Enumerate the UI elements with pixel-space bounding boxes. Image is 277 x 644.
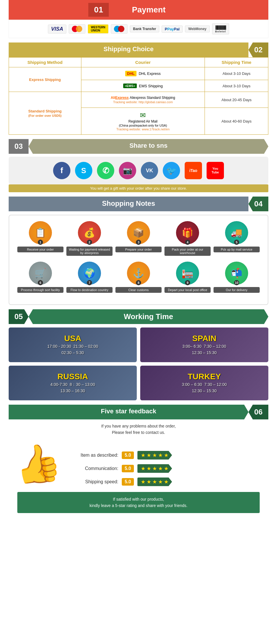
rating-score-communication: 5.0: [122, 465, 134, 472]
star-2: ★: [147, 479, 151, 485]
sns-banner: 03 Share to sns: [9, 139, 268, 154]
star-3: ★: [152, 465, 157, 472]
steps-row-2: 🛒 6 Process through sort facility 🌍 7 Fl…: [12, 262, 265, 293]
working-time-banner: 05 Working Time: [9, 309, 268, 324]
dhl-courier: DHL DHL Express: [81, 67, 205, 80]
boletol-icon: ||||||||||||||| Boletol: [212, 23, 229, 34]
step-6: 🛒 6 Process through sort facility: [17, 262, 63, 293]
feedback-section: Five star feedback 06 If you have any pr…: [0, 405, 277, 513]
skype-icon[interactable]: S: [75, 162, 92, 179]
ali-badge: AliExpress: [111, 96, 129, 100]
step-1-circle: 📋 1: [29, 221, 52, 244]
express-shipping-method: Express Shipping: [9, 67, 81, 92]
russia-card: RUSSIA 4:00-7:30 8：30 – 13:0013:30 – 16:…: [9, 366, 137, 400]
col-time: Shipping Time: [205, 58, 268, 67]
bank-transfer-icon: Bank Transfer: [130, 25, 159, 32]
usa-hours: 17:00 - 20:30 21:30 – 02:0002:30 – 5:30: [47, 343, 98, 356]
star-5: ★: [164, 452, 169, 458]
ems-courier: ≡EMS≡ EMS Shipping: [81, 80, 205, 92]
star-5: ★: [164, 479, 169, 485]
russia-country: RUSSIA: [50, 372, 95, 381]
step-5: 🚚 5 Pck up by mail service: [214, 221, 260, 256]
star-1: ★: [141, 452, 145, 458]
youtube-icon[interactable]: YouTube: [207, 162, 224, 179]
rating-row-shipping: Shipping speed: 5.0 ★ ★ ★ ★ ★: [72, 478, 268, 486]
step-9-label: Depart your local post office: [164, 287, 211, 293]
table-row: Standard Shipping(For order over USD5) A…: [9, 92, 268, 108]
rating-row-described: Item as described: 5.0 ★ ★ ★ ★ ★: [72, 451, 268, 460]
vk-icon[interactable]: VK: [141, 162, 158, 179]
usa-content: USA 17:00 - 20:30 21:30 – 02:0002:30 – 5…: [47, 334, 98, 356]
shipping-section-num: 02: [248, 42, 268, 57]
step-8: ⚓ 8 Clear customs: [115, 262, 162, 293]
star-4: ★: [158, 479, 163, 485]
airmail-time: About 40-60 Days: [205, 108, 268, 135]
star-2: ★: [147, 465, 151, 472]
rating-row-communication: Communication: 5.0 ★ ★ ★ ★ ★: [72, 464, 268, 473]
step-7-circle: 🌍 7: [78, 262, 101, 285]
step-9: 🏣 9 Depart your local post office: [164, 262, 211, 293]
spain-card: SPAIN 3:00– 6:30 7:30 – 12:0012:30 – 15:…: [140, 327, 268, 362]
payment-icons-row: VISA WESTERNUNION Bank Transfer PPayPal …: [9, 20, 268, 38]
sns-title-area: Share to sns: [29, 139, 268, 154]
instagram-icon[interactable]: 📷: [119, 162, 136, 179]
shipping-section: Shipping Choice 02 Shipping Method Couri…: [0, 42, 277, 135]
spain-content: SPAIN 3:00– 6:30 7:30 – 12:0012:30 – 15:…: [182, 334, 226, 356]
step-4-label: Pack your order at our warehouse: [164, 247, 211, 256]
notes-title-area: Shopping Notes: [9, 197, 248, 211]
step-5-circle: 🚚 5: [225, 221, 248, 244]
step-8-circle: ⚓ 8: [127, 262, 150, 285]
rating-stars-communication: ★ ★ ★ ★ ★: [137, 464, 172, 473]
turkey-country: TURKEY: [182, 372, 227, 381]
russia-content: RUSSIA 4:00-7:30 8：30 – 13:0013:30 – 16:…: [50, 372, 95, 394]
airmail-tracking-link: Tracking website: www.17track.net/en: [84, 127, 202, 131]
sns-title: Share to sns: [129, 142, 167, 149]
step-7: 🌍 7 Flow to destination country: [66, 262, 113, 293]
webmoney-icon: WebMoney: [185, 25, 209, 32]
spain-hours: 3:00– 6:30 7:30 – 12:0012:30 – 15:30: [182, 343, 226, 356]
rating-label-shipping: Shipping speed:: [72, 479, 118, 484]
step-1-label: Receive your order: [17, 247, 63, 252]
feedback-section-num: 06: [248, 405, 268, 419]
feedback-content: If you have any problems about the order…: [9, 423, 268, 513]
shopping-notes-title: Shopping Notes: [102, 199, 155, 207]
turkey-content: TURKEY 3:00 – 6:30 7:30 – 12:0012:30 – 1…: [182, 372, 227, 394]
step-8-label: Clear customs: [115, 287, 162, 293]
itao-icon[interactable]: iTao: [185, 162, 202, 179]
step-4-circle: 🎁 4: [176, 221, 199, 244]
turkey-card: TURKEY 3:00 – 6:30 7:30 – 12:0012:30 – 1…: [140, 366, 268, 400]
table-row: Express Shipping DHL DHL Express About 3…: [9, 67, 268, 80]
steps-row-1: 📋 1 Receive your order 💰 2 Waiting for p…: [12, 221, 265, 256]
step-10-circle: 📬 10: [225, 262, 248, 285]
star-1: ★: [141, 479, 145, 485]
step-10: 📬 10 Our for delivery: [214, 262, 260, 293]
facebook-icon[interactable]: f: [53, 162, 70, 179]
ems-time: About 3-10 Days: [205, 80, 268, 92]
russia-hours: 4:00-7:30 8：30 – 13:0013:30 – 16:30: [50, 381, 95, 394]
step-3: 📦 3 Prepare your order: [115, 221, 162, 256]
twitter-icon[interactable]: 🐦: [163, 162, 180, 179]
feedback-title-area: Five star feedback: [9, 405, 248, 419]
ems-badge: ≡EMS≡: [123, 84, 137, 88]
spain-country: SPAIN: [182, 334, 226, 343]
turkey-hours: 3:00 – 6:30 7:30 – 12:0012:30 – 15:30: [182, 381, 227, 394]
sns-gift-message: You will get a gift with your order afte…: [9, 184, 268, 192]
step-9-circle: 🏣 9: [176, 262, 199, 285]
star-1: ★: [141, 465, 145, 472]
shopping-steps-container: 📋 1 Receive your order 💰 2 Waiting for p…: [9, 215, 268, 305]
rating-label-communication: Communication:: [72, 466, 118, 471]
star-2: ★: [147, 452, 151, 458]
rating-stars-described: ★ ★ ★ ★ ★: [137, 451, 172, 460]
feedback-footer: If satisfied with our products, kindly l…: [17, 492, 260, 513]
star-5: ★: [164, 465, 169, 472]
shipping-title: Shipping Choice: [104, 45, 154, 53]
working-time-grid: USA 17:00 - 20:30 21:30 – 02:0002:30 – 5…: [9, 327, 268, 400]
western-union-icon: WESTERNUNION: [88, 24, 108, 34]
step-3-circle: 📦 3: [127, 221, 150, 244]
standard-shipping-method: Standard Shipping(For order over USD5): [9, 92, 81, 135]
usa-country: USA: [47, 334, 98, 343]
whatsapp-icon[interactable]: ✆: [97, 162, 114, 179]
step-7-label: Flow to destination country: [66, 287, 113, 293]
shipping-table: Shipping Method Courier Shipping Time Ex…: [9, 57, 268, 135]
working-time-title-area: Working Time: [29, 309, 268, 324]
